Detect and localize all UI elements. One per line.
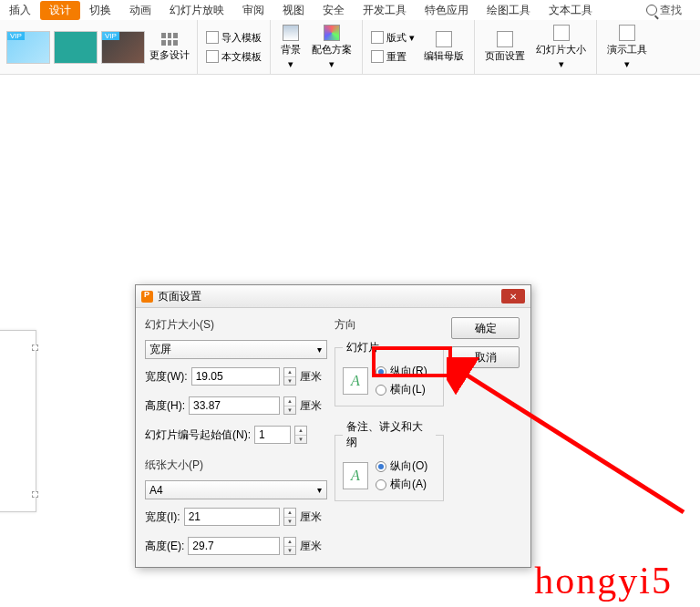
cancel-button[interactable]: 取消 — [451, 346, 520, 368]
tab-animation[interactable]: 动画 — [120, 1, 160, 20]
slide-orientation-legend: 幻灯片 — [343, 340, 383, 355]
grid-icon — [161, 33, 178, 46]
slide-size-label: 幻灯片大小 — [536, 43, 586, 57]
slide-portrait-radio[interactable]: 纵向(R) — [376, 364, 427, 379]
canvas: 页面设置 ✕ 幻灯片大小(S) 宽屏 宽度(W): ▲▼ 厘米 高度(H): ▲… — [0, 75, 700, 607]
slide-size-group-label: 幻灯片大小(S) — [145, 317, 327, 333]
presenter-icon — [619, 25, 635, 41]
paper-width-spinner[interactable]: ▲▼ — [283, 508, 296, 526]
format-label: 版式 — [386, 31, 407, 45]
width-unit: 厘米 — [300, 369, 327, 385]
page-setup-dialog: 页面设置 ✕ 幻灯片大小(S) 宽屏 宽度(W): ▲▼ 厘米 高度(H): ▲… — [135, 284, 531, 568]
this-tpl-label: 本文模板 — [221, 50, 262, 64]
paper-height-spinner[interactable]: ▲▼ — [283, 537, 296, 555]
import-label: 导入模板 — [221, 31, 262, 45]
notes-orientation-legend: 备注、讲义和大纲 — [343, 419, 436, 450]
slide-portrait-label: 纵向(R) — [390, 364, 427, 379]
import-template-button[interactable]: 导入模板 — [202, 29, 265, 46]
slide-thumbnail[interactable] — [0, 330, 36, 512]
background-icon — [283, 25, 299, 41]
slide-size-value: 宽屏 — [149, 342, 171, 357]
template-thumb-1[interactable]: VIP — [6, 31, 50, 64]
page-setup-label: 页面设置 — [485, 49, 525, 63]
slide-orientation-group: 幻灯片 A 纵向(R) 横向(L) — [335, 340, 444, 406]
tab-special[interactable]: 特色应用 — [416, 1, 478, 20]
close-button[interactable]: ✕ — [501, 289, 525, 304]
slide-size-combo[interactable]: 宽屏 — [145, 340, 327, 359]
notes-landscape-radio[interactable]: 横向(A) — [376, 477, 427, 492]
master-icon — [436, 31, 452, 47]
edit-master-button[interactable]: 编辑母版 — [418, 29, 469, 65]
paper-height-unit: 厘米 — [300, 539, 327, 554]
tab-slideshow[interactable]: 幻灯片放映 — [160, 1, 233, 20]
dialog-title: 页面设置 — [158, 289, 201, 304]
edit-master-label: 编辑母版 — [424, 49, 464, 63]
paper-size-group-label: 纸张大小(P) — [145, 458, 327, 473]
tab-text[interactable]: 文本工具 — [540, 1, 602, 20]
paper-height-input[interactable] — [188, 537, 280, 555]
template-thumb-2[interactable] — [54, 31, 98, 64]
tab-dev[interactable]: 开发工具 — [354, 1, 416, 20]
tab-transition[interactable]: 切换 — [80, 1, 120, 20]
more-design-button[interactable]: 更多设计 — [147, 33, 192, 62]
ribbon: VIP VIP 更多设计 导入模板 本文模板 背景▾ 配色方案▾ — [0, 20, 700, 75]
start-num-input[interactable] — [254, 426, 291, 444]
ok-label: 确定 — [475, 321, 497, 336]
import-icon — [206, 31, 219, 44]
color-scheme-label: 配色方案 — [312, 43, 352, 57]
search-icon — [646, 5, 657, 15]
tab-view[interactable]: 视图 — [273, 1, 314, 20]
tab-review[interactable]: 审阅 — [233, 1, 273, 20]
notes-portrait-radio[interactable]: 纵向(O) — [376, 458, 427, 474]
width-label: 宽度(W): — [145, 369, 188, 385]
palette-icon — [324, 25, 340, 41]
notes-landscape-label: 横向(A) — [390, 477, 427, 492]
page-setup-icon — [497, 31, 513, 47]
presenter-tools-button[interactable]: 演示工具▾ — [602, 23, 653, 72]
notes-portrait-label: 纵向(O) — [390, 458, 427, 474]
slide-size-button[interactable]: 幻灯片大小▾ — [530, 23, 592, 72]
page-setup-button[interactable]: 页面设置 — [479, 29, 530, 65]
start-num-label: 幻灯片编号起始值(N): — [145, 427, 251, 443]
paper-width-unit: 厘米 — [300, 509, 327, 525]
radio-icon — [376, 366, 386, 377]
reset-button[interactable]: 重置 — [367, 48, 418, 66]
format-button[interactable]: 版式 ▾ — [367, 29, 418, 46]
ok-button[interactable]: 确定 — [451, 317, 520, 339]
height-unit: 厘米 — [300, 398, 327, 414]
paper-width-label: 宽度(I): — [145, 509, 180, 525]
this-template-button[interactable]: 本文模板 — [202, 48, 265, 66]
radio-icon — [376, 479, 386, 490]
paper-size-value: A4 — [149, 484, 163, 497]
height-spinner[interactable]: ▲▼ — [283, 396, 296, 415]
presenter-label: 演示工具 — [607, 43, 647, 57]
reset-icon — [371, 50, 384, 63]
portrait-preview-icon: A — [343, 462, 368, 489]
slide-landscape-label: 横向(L) — [390, 382, 426, 397]
height-input[interactable] — [189, 396, 280, 415]
tab-bar: 插入 设计 切换 动画 幻灯片放映 审阅 视图 安全 开发工具 特色应用 绘图工… — [0, 0, 700, 20]
color-scheme-button[interactable]: 配色方案▾ — [306, 23, 357, 72]
tab-design[interactable]: 设计 — [40, 1, 80, 20]
paper-width-input[interactable] — [184, 508, 280, 526]
portrait-preview-icon: A — [343, 367, 368, 395]
background-button[interactable]: 背景▾ — [275, 23, 306, 72]
search-button[interactable]: 查找 — [646, 3, 700, 18]
start-num-spinner[interactable]: ▲▼ — [294, 426, 307, 444]
search-label: 查找 — [660, 3, 682, 18]
app-icon — [141, 291, 153, 303]
watermark: hongyi5 — [534, 559, 673, 602]
more-design-label: 更多设计 — [149, 48, 190, 62]
tab-draw[interactable]: 绘图工具 — [478, 1, 540, 20]
template-thumb-3[interactable]: VIP — [101, 31, 145, 64]
width-input[interactable] — [191, 367, 280, 386]
doc-icon — [206, 50, 219, 63]
dialog-titlebar[interactable]: 页面设置 ✕ — [136, 285, 530, 308]
layout-icon — [371, 31, 384, 44]
slide-landscape-radio[interactable]: 横向(L) — [376, 382, 427, 397]
tab-insert[interactable]: 插入 — [0, 1, 40, 20]
reset-label: 重置 — [386, 50, 407, 64]
tab-safety[interactable]: 安全 — [314, 1, 354, 20]
paper-size-combo[interactable]: A4 — [145, 480, 327, 499]
width-spinner[interactable]: ▲▼ — [283, 367, 296, 386]
